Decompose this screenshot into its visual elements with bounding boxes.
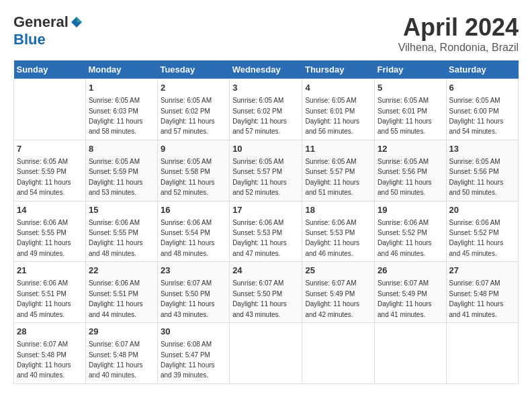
day-number: 10 [232,143,299,155]
day-number: 3 [232,82,299,94]
day-info: Sunrise: 6:08 AM Sunset: 5:47 PM Dayligh… [161,340,215,379]
weekday-header-monday: Monday [85,60,157,79]
calendar-cell: 15Sunrise: 6:06 AM Sunset: 5:55 PM Dayli… [85,201,157,262]
day-number: 23 [161,265,226,277]
day-number: 18 [305,204,371,216]
day-number: 8 [89,143,154,155]
day-info: Sunrise: 6:05 AM Sunset: 6:01 PM Dayligh… [378,97,432,135]
day-number: 27 [449,265,515,277]
day-info: Sunrise: 6:05 AM Sunset: 6:03 PM Dayligh… [89,97,143,135]
calendar-cell: 25Sunrise: 6:07 AM Sunset: 5:49 PM Dayli… [302,262,375,323]
calendar-cell: 23Sunrise: 6:07 AM Sunset: 5:50 PM Dayli… [157,262,229,323]
day-number: 5 [378,82,443,94]
calendar-cell [375,323,447,384]
day-number: 17 [232,204,299,216]
weekday-header-row: SundayMondayTuesdayWednesdayThursdayFrid… [14,60,519,79]
day-info: Sunrise: 6:05 AM Sunset: 6:02 PM Dayligh… [232,97,287,135]
day-info: Sunrise: 6:06 AM Sunset: 5:53 PM Dayligh… [232,219,287,257]
day-info: Sunrise: 6:07 AM Sunset: 5:50 PM Dayligh… [232,279,287,318]
calendar-cell: 24Sunrise: 6:07 AM Sunset: 5:50 PM Dayli… [230,262,302,323]
weekday-header-thursday: Thursday [302,60,375,79]
calendar-cell: 11Sunrise: 6:05 AM Sunset: 5:57 PM Dayli… [302,140,375,201]
day-info: Sunrise: 6:06 AM Sunset: 5:52 PM Dayligh… [378,219,432,257]
week-row-3: 14Sunrise: 6:06 AM Sunset: 5:55 PM Dayli… [14,201,519,262]
title-area: April 2024 Vilhena, Rondonia, Brazil [398,13,519,54]
location-subtitle: Vilhena, Rondonia, Brazil [398,42,519,54]
calendar-cell: 2Sunrise: 6:05 AM Sunset: 6:02 PM Daylig… [157,79,229,140]
weekday-header-tuesday: Tuesday [157,60,229,79]
calendar-cell: 17Sunrise: 6:06 AM Sunset: 5:53 PM Dayli… [230,201,302,262]
day-number: 21 [17,265,83,277]
calendar-cell: 26Sunrise: 6:07 AM Sunset: 5:49 PM Dayli… [375,262,447,323]
day-info: Sunrise: 6:06 AM Sunset: 5:55 PM Dayligh… [89,219,143,257]
calendar-cell: 14Sunrise: 6:06 AM Sunset: 5:55 PM Dayli… [14,201,86,262]
day-number: 9 [161,143,226,155]
day-number: 30 [161,326,226,338]
day-info: Sunrise: 6:06 AM Sunset: 5:55 PM Dayligh… [17,219,71,257]
calendar-cell: 27Sunrise: 6:07 AM Sunset: 5:48 PM Dayli… [446,262,518,323]
calendar-table: SundayMondayTuesdayWednesdayThursdayFrid… [13,60,519,384]
weekday-header-sunday: Sunday [14,60,86,79]
day-info: Sunrise: 6:06 AM Sunset: 5:51 PM Dayligh… [89,279,143,318]
calendar-cell: 28Sunrise: 6:07 AM Sunset: 5:48 PM Dayli… [14,323,86,384]
day-number: 26 [378,265,443,277]
weekday-header-friday: Friday [375,60,447,79]
day-info: Sunrise: 6:07 AM Sunset: 5:48 PM Dayligh… [449,279,504,318]
month-title: April 2024 [398,13,519,42]
week-row-4: 21Sunrise: 6:06 AM Sunset: 5:51 PM Dayli… [14,262,519,323]
calendar-cell: 12Sunrise: 6:05 AM Sunset: 5:56 PM Dayli… [375,140,447,201]
calendar-cell: 13Sunrise: 6:05 AM Sunset: 5:56 PM Dayli… [446,140,518,201]
calendar-cell: 1Sunrise: 6:05 AM Sunset: 6:03 PM Daylig… [85,79,157,140]
day-info: Sunrise: 6:05 AM Sunset: 5:56 PM Dayligh… [449,158,504,196]
week-row-2: 7Sunrise: 6:05 AM Sunset: 5:59 PM Daylig… [14,140,519,201]
day-number: 19 [378,204,443,216]
calendar-cell: 30Sunrise: 6:08 AM Sunset: 5:47 PM Dayli… [157,323,229,384]
svg-marker-1 [77,17,82,22]
calendar-cell: 10Sunrise: 6:05 AM Sunset: 5:57 PM Dayli… [230,140,302,201]
calendar-cell [14,79,86,140]
day-info: Sunrise: 6:05 AM Sunset: 5:57 PM Dayligh… [305,158,359,196]
calendar-cell: 18Sunrise: 6:06 AM Sunset: 5:53 PM Dayli… [302,201,375,262]
page-header: General Blue April 2024 Vilhena, Rondoni… [13,13,519,54]
day-info: Sunrise: 6:05 AM Sunset: 5:57 PM Dayligh… [232,158,287,196]
day-info: Sunrise: 6:06 AM Sunset: 5:51 PM Dayligh… [17,279,71,318]
calendar-cell: 16Sunrise: 6:06 AM Sunset: 5:54 PM Dayli… [157,201,229,262]
calendar-cell: 19Sunrise: 6:06 AM Sunset: 5:52 PM Dayli… [375,201,447,262]
day-info: Sunrise: 6:05 AM Sunset: 5:56 PM Dayligh… [378,158,432,196]
day-info: Sunrise: 6:07 AM Sunset: 5:49 PM Dayligh… [378,279,432,318]
day-info: Sunrise: 6:07 AM Sunset: 5:50 PM Dayligh… [161,279,215,318]
day-number: 16 [161,204,226,216]
day-info: Sunrise: 6:05 AM Sunset: 5:59 PM Dayligh… [17,158,71,196]
day-number: 22 [89,265,154,277]
day-info: Sunrise: 6:07 AM Sunset: 5:48 PM Dayligh… [89,340,143,379]
day-number: 14 [17,204,83,216]
calendar-cell: 6Sunrise: 6:05 AM Sunset: 6:00 PM Daylig… [446,79,518,140]
day-number: 24 [232,265,299,277]
day-number: 13 [449,143,515,155]
logo: General Blue [13,13,83,48]
weekday-header-saturday: Saturday [446,60,518,79]
day-number: 6 [449,82,515,94]
logo-general-text: General [13,13,69,31]
logo-blue-text: Blue [13,31,46,48]
week-row-5: 28Sunrise: 6:07 AM Sunset: 5:48 PM Dayli… [14,323,519,384]
logo-icon [70,15,83,29]
day-info: Sunrise: 6:06 AM Sunset: 5:53 PM Dayligh… [305,219,359,257]
day-info: Sunrise: 6:05 AM Sunset: 5:58 PM Dayligh… [161,158,215,196]
day-number: 12 [378,143,443,155]
day-info: Sunrise: 6:05 AM Sunset: 6:02 PM Dayligh… [161,97,215,135]
day-number: 11 [305,143,371,155]
calendar-cell: 3Sunrise: 6:05 AM Sunset: 6:02 PM Daylig… [230,79,302,140]
day-info: Sunrise: 6:05 AM Sunset: 6:01 PM Dayligh… [305,97,359,135]
calendar-cell: 5Sunrise: 6:05 AM Sunset: 6:01 PM Daylig… [375,79,447,140]
calendar-cell: 7Sunrise: 6:05 AM Sunset: 5:59 PM Daylig… [14,140,86,201]
day-number: 7 [17,143,83,155]
calendar-cell: 22Sunrise: 6:06 AM Sunset: 5:51 PM Dayli… [85,262,157,323]
weekday-header-wednesday: Wednesday [230,60,302,79]
day-info: Sunrise: 6:07 AM Sunset: 5:49 PM Dayligh… [305,279,359,318]
calendar-cell [446,323,518,384]
day-number: 15 [89,204,154,216]
day-info: Sunrise: 6:07 AM Sunset: 5:48 PM Dayligh… [17,340,71,379]
calendar-cell: 21Sunrise: 6:06 AM Sunset: 5:51 PM Dayli… [14,262,86,323]
calendar-cell [230,323,302,384]
